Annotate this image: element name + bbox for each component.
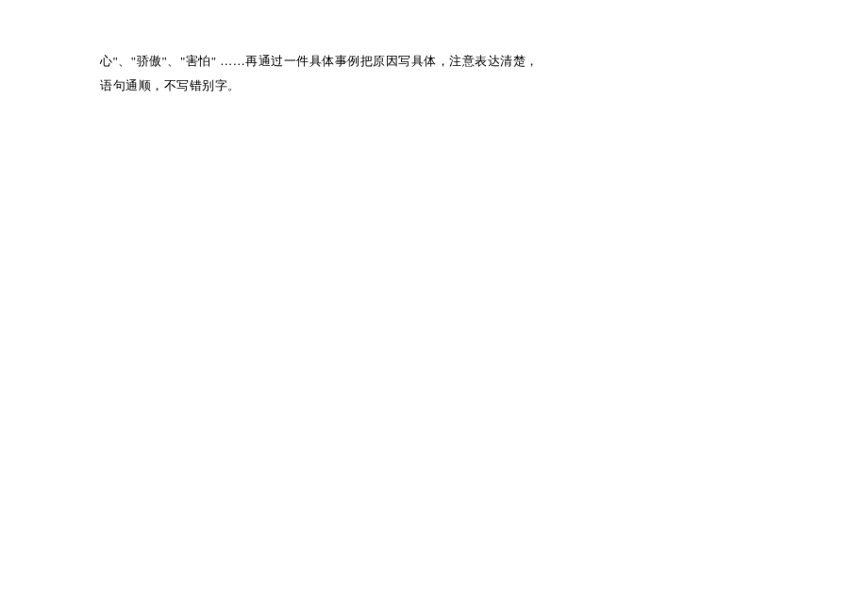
text-line-1: 心"、"骄傲"、"害怕" ……再通过一件具体事例把原因写具体，注意表达清楚， xyxy=(100,49,628,74)
document-content: 心"、"骄傲"、"害怕" ……再通过一件具体事例把原因写具体，注意表达清楚， 语… xyxy=(100,49,628,98)
text-line-2: 语句通顺，不写错别字。 xyxy=(100,74,628,98)
